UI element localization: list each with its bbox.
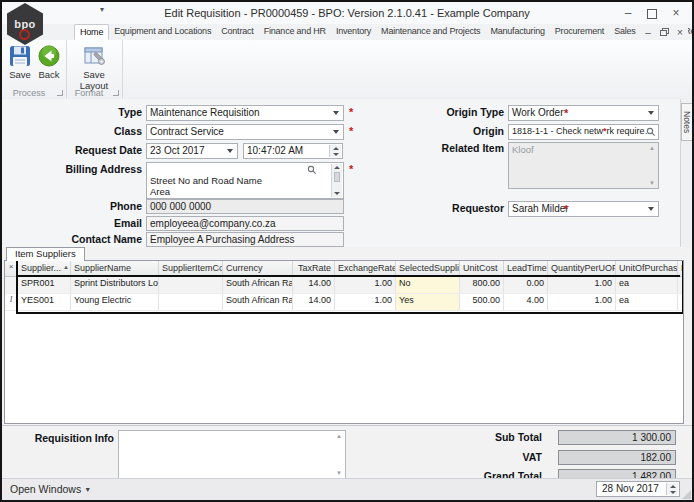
column-header-unitofpurchase[interactable]: UnitOfPurchase	[616, 261, 678, 276]
cell-supplieritemcode[interactable]	[159, 294, 223, 310]
column-header-quantityperuop[interactable]: QuantityPerUOP	[548, 261, 616, 276]
cell-unitofpurchase[interactable]: ea	[616, 294, 678, 310]
column-header-unitcost[interactable]: UnitCost	[460, 261, 504, 276]
row-edit-indicator: I	[5, 294, 18, 310]
class-required-asterisk: *	[349, 124, 353, 139]
type-label: Type	[2, 105, 142, 120]
filter-x-icon[interactable]: ×	[5, 261, 18, 276]
column-header-suppliername[interactable]: SupplierName	[71, 261, 159, 276]
cell-leadtime[interactable]: 0.00	[504, 277, 548, 293]
tab-maintenance-and-projects[interactable]: Maintenance and Projects	[376, 24, 485, 40]
tab-sales[interactable]: Sales	[609, 24, 641, 40]
requestor-combobox[interactable]: Sarah Milder *	[508, 201, 659, 217]
resize-grip[interactable]	[682, 490, 691, 499]
cell-unitcost[interactable]: 500.00	[460, 294, 504, 310]
billing-address-scrollbar[interactable]	[331, 164, 342, 197]
cell-quantityperuop[interactable]: 1.00	[548, 277, 616, 293]
format-dialog-launcher-icon[interactable]	[113, 90, 119, 96]
cell-selectedsupplier[interactable]: No	[396, 277, 460, 293]
search-icon[interactable]	[646, 127, 656, 137]
restore-squares-icon	[660, 28, 669, 36]
request-time-spinner[interactable]: 10:47:02 AM	[243, 143, 343, 159]
time-spin-buttons[interactable]	[329, 145, 341, 157]
requisition-info-field[interactable]: ▲ ▼	[118, 430, 346, 479]
tab-finance-and-hr[interactable]: Finance and HR	[259, 24, 331, 40]
contact-name-value: Employee A Purchasing Address	[150, 234, 295, 245]
notes-tab[interactable]: Notes	[681, 103, 692, 141]
cell-suppliername[interactable]: Young Electric	[71, 294, 159, 310]
origin-type-combobox[interactable]: Work Order *	[508, 105, 659, 121]
tab-home[interactable]: Home	[74, 24, 109, 40]
tab-inventory[interactable]: Inventory	[331, 24, 376, 40]
request-date-label: Request Date	[2, 143, 142, 158]
requestor-label: Requestor	[358, 201, 504, 216]
search-icon[interactable]	[307, 165, 317, 175]
process-dialog-launcher-icon[interactable]	[57, 90, 63, 96]
email-field[interactable]: employeea@company.co.za	[146, 216, 344, 231]
column-header-supplier-label: Supplier...	[21, 263, 61, 273]
tab-contract[interactable]: Contract	[216, 24, 258, 40]
cell-suppliercode[interactable]: YES001	[18, 294, 71, 310]
cell-suppliername[interactable]: Sprint Distributors Local	[71, 277, 159, 293]
scrollbar-thumb	[334, 172, 340, 182]
cell-truncated[interactable]	[678, 294, 684, 310]
column-header-leadtime[interactable]: LeadTime	[504, 261, 548, 276]
cell-taxrate[interactable]: 14.00	[293, 277, 335, 293]
status-date-value: 28 Nov 2017	[602, 483, 659, 494]
date-spin-buttons[interactable]	[666, 483, 678, 495]
phone-label: Phone	[2, 199, 142, 214]
phone-field: 000 000 0000	[146, 199, 344, 214]
tab-equipment-and-locations[interactable]: Equipment and Locations	[109, 24, 216, 40]
billing-address-field[interactable]: Street No and Road Name Area City	[146, 162, 344, 199]
table-row[interactable]: SPR001 Sprint Distributors Local South A…	[5, 277, 683, 294]
cell-truncated[interactable]	[678, 277, 684, 293]
maximize-icon[interactable]	[640, 2, 664, 24]
column-header-selectedsupplier[interactable]: SelectedSupplier	[396, 261, 460, 276]
column-header-supplier[interactable]: Supplier...▲	[18, 261, 71, 276]
cell-supplieritemcode[interactable]	[159, 277, 223, 293]
back-button[interactable]: Back	[32, 44, 66, 80]
related-item-field: Kloof ▲ ▼	[508, 142, 659, 189]
email-value: employeea@company.co.za	[150, 218, 276, 229]
close-icon[interactable]: ×	[664, 2, 688, 24]
column-header-taxrate[interactable]: TaxRate	[293, 261, 335, 276]
contact-name-field[interactable]: Employee A Purchasing Address	[146, 232, 344, 247]
email-label: Email	[2, 216, 142, 231]
save-layout-button[interactable]: Save Layout	[70, 44, 118, 91]
column-header-truncated[interactable]: M	[678, 261, 684, 276]
status-date-picker[interactable]: 28 Nov 2017	[596, 481, 680, 497]
cell-suppliercode[interactable]: SPR001	[18, 277, 71, 293]
billing-address-required-asterisk: *	[349, 162, 353, 177]
cell-exchangerate[interactable]: 1.00	[335, 277, 396, 293]
status-bar: Open Windows▼ 28 Nov 2017	[2, 478, 692, 500]
origin-field[interactable]: 1818-1-1 - Check netw*rk require…	[508, 124, 659, 140]
origin-type-value: Work Order	[512, 107, 564, 118]
cell-leadtime[interactable]: 4.00	[504, 294, 548, 310]
cell-quantityperuop[interactable]: 1.00	[548, 294, 616, 310]
item-suppliers-tab[interactable]: Item Suppliers	[6, 247, 85, 261]
table-row[interactable]: I YES001 Young Electric South African Ra…	[5, 294, 683, 311]
column-header-supplieritemcode[interactable]: SupplierItemCode	[159, 261, 223, 276]
request-date-picker[interactable]: 23 Oct 2017	[146, 143, 238, 159]
cell-currency[interactable]: South African Rand	[223, 294, 293, 310]
minimize-icon[interactable]: –	[616, 2, 640, 24]
class-combobox[interactable]: Contract Service	[146, 124, 344, 140]
cell-currency[interactable]: South African Rand	[223, 277, 293, 293]
column-header-exchangerate[interactable]: ExchangeRate	[335, 261, 396, 276]
column-header-currency[interactable]: Currency	[223, 261, 293, 276]
phone-value: 000 000 0000	[150, 201, 211, 212]
open-windows-button[interactable]: Open Windows▼	[10, 479, 91, 500]
tab-procurement[interactable]: Procurement	[550, 24, 609, 40]
mdi-restore-icon[interactable]	[656, 25, 672, 40]
origin-type-label: Origin Type	[358, 105, 504, 120]
mdi-close-icon[interactable]: ×	[672, 25, 688, 40]
title-bar: ▾ Edit Requisition - PR0000459 - BPO: Ve…	[2, 2, 692, 24]
cell-unitofpurchase[interactable]: ea	[616, 277, 678, 293]
type-combobox[interactable]: Maintenance Requisition	[146, 105, 344, 121]
cell-selectedsupplier[interactable]: Yes	[396, 294, 460, 310]
tab-manufacturing[interactable]: Manufacturing	[485, 24, 549, 40]
cell-exchangerate[interactable]: 1.00	[335, 294, 396, 310]
cell-unitcost[interactable]: 800.00	[460, 277, 504, 293]
mdi-minimize-icon[interactable]: –	[640, 25, 656, 40]
cell-taxrate[interactable]: 14.00	[293, 294, 335, 310]
